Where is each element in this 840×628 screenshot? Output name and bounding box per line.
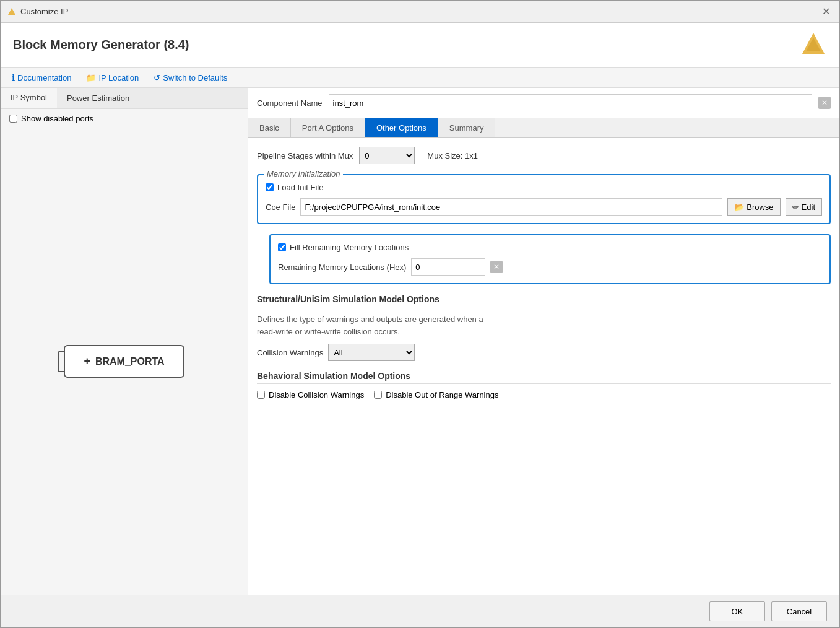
fill-remaining-label: Fill Remaining Memory Locations bbox=[290, 243, 409, 252]
documentation-button[interactable]: ℹ Documentation bbox=[9, 71, 74, 84]
mux-size-label: Mux Size: 1x1 bbox=[427, 151, 478, 160]
load-init-file-row: Load Init File bbox=[266, 183, 822, 192]
title-bar: Customize IP ✕ bbox=[1, 1, 839, 23]
pipeline-label: Pipeline Stages within Mux bbox=[257, 151, 353, 160]
close-button[interactable]: ✕ bbox=[818, 4, 833, 19]
remaining-hex-row: Remaining Memory Locations (Hex) ✕ bbox=[278, 258, 822, 276]
collision-row: Collision Warnings All Generate X (Simul… bbox=[257, 344, 831, 361]
main-window: Customize IP ✕ Block Memory Generator (8… bbox=[0, 0, 840, 628]
left-tabs: IP Symbol Power Estimation bbox=[1, 88, 248, 109]
memory-init-title: Memory Initialization bbox=[264, 169, 343, 178]
pipeline-row: Pipeline Stages within Mux 0 1 2 Mux Siz… bbox=[257, 147, 831, 164]
refresh-icon: ↺ bbox=[154, 73, 160, 82]
main-title: Block Memory Generator (8.4) bbox=[13, 38, 189, 52]
main-header: Block Memory Generator (8.4) bbox=[1, 23, 839, 68]
tab-content: Pipeline Stages within Mux 0 1 2 Mux Siz… bbox=[248, 138, 839, 595]
show-disabled-row: Show disabled ports bbox=[1, 109, 248, 128]
info-icon: ℹ bbox=[12, 72, 15, 82]
tab-ip-symbol[interactable]: IP Symbol bbox=[1, 88, 57, 108]
edit-button[interactable]: ✏ Edit bbox=[786, 198, 822, 216]
tab-basic[interactable]: Basic bbox=[248, 118, 291, 137]
title-bar-left: Customize IP bbox=[7, 7, 68, 17]
disable-collision-label: Disable Collision Warnings bbox=[269, 390, 364, 399]
switch-defaults-label: Switch to Defaults bbox=[163, 73, 227, 82]
load-init-file-label: Load Init File bbox=[277, 183, 323, 192]
warn-row: Disable Collision Warnings Disable Out o… bbox=[257, 390, 831, 399]
disable-collision-checkbox[interactable] bbox=[257, 391, 265, 399]
edit-label: Edit bbox=[802, 203, 815, 212]
fill-remaining-section: Fill Remaining Memory Locations Remainin… bbox=[269, 234, 831, 284]
collision-warnings-label: Collision Warnings bbox=[257, 348, 323, 357]
ip-location-label: IP Location bbox=[98, 73, 139, 82]
documentation-label: Documentation bbox=[17, 73, 71, 82]
memory-init-section: Memory Initialization Load Init File Coe… bbox=[257, 174, 831, 224]
behavioral-section: Behavioral Simulation Model Options Disa… bbox=[257, 371, 831, 399]
coe-file-input[interactable] bbox=[300, 198, 722, 216]
left-panel: IP Symbol Power Estimation Show disabled… bbox=[1, 88, 248, 595]
load-init-file-checkbox[interactable] bbox=[266, 183, 274, 191]
plus-icon: + bbox=[84, 355, 90, 368]
remaining-hex-input[interactable] bbox=[411, 258, 485, 276]
content-area: IP Symbol Power Estimation Show disabled… bbox=[1, 88, 839, 595]
disable-range-label: Disable Out of Range Warnings bbox=[386, 390, 498, 399]
browse-button[interactable]: 📂 Browse bbox=[727, 198, 780, 216]
disable-range-checkbox[interactable] bbox=[374, 391, 382, 399]
show-disabled-label: Show disabled ports bbox=[21, 114, 93, 123]
cancel-button[interactable]: Cancel bbox=[771, 601, 827, 621]
bram-label: BRAM_PORTA bbox=[95, 356, 165, 367]
component-name-input[interactable] bbox=[329, 94, 813, 111]
structural-desc-line1: Defines the type of warnings and outputs… bbox=[257, 315, 483, 324]
remaining-hex-clear-button[interactable]: ✕ bbox=[490, 261, 503, 273]
location-icon: 📁 bbox=[86, 73, 96, 82]
tab-port-a-options[interactable]: Port A Options bbox=[291, 118, 365, 137]
coe-row: Coe File 📂 Browse ✏ Edit bbox=[266, 198, 822, 216]
behavioral-section-header: Behavioral Simulation Model Options bbox=[257, 371, 831, 384]
browse-label: Browse bbox=[747, 203, 773, 212]
tab-other-options[interactable]: Other Options bbox=[365, 118, 438, 137]
bram-symbol: + BRAM_PORTA bbox=[64, 345, 184, 378]
tab-power-estimation[interactable]: Power Estimation bbox=[57, 88, 139, 108]
disable-range-row: Disable Out of Range Warnings bbox=[374, 390, 498, 399]
tab-summary[interactable]: Summary bbox=[438, 118, 496, 137]
show-disabled-checkbox[interactable] bbox=[9, 115, 17, 123]
switch-defaults-button[interactable]: ↺ Switch to Defaults bbox=[151, 72, 230, 84]
component-name-clear-button[interactable]: ✕ bbox=[818, 97, 831, 109]
vivado-logo bbox=[800, 30, 827, 59]
component-name-row: Component Name ✕ bbox=[248, 88, 839, 118]
structural-desc: Defines the type of warnings and outputs… bbox=[257, 313, 831, 338]
browse-icon: 📂 bbox=[734, 203, 744, 212]
window-title: Customize IP bbox=[20, 7, 68, 16]
svg-marker-0 bbox=[8, 8, 15, 15]
ok-button[interactable]: OK bbox=[709, 601, 765, 621]
structural-desc-line2: read-write or write-write collision occu… bbox=[257, 327, 400, 336]
structural-section: Structural/UniSim Simulation Model Optio… bbox=[257, 294, 831, 361]
pipeline-select[interactable]: 0 1 2 bbox=[359, 147, 415, 164]
fill-remaining-row: Fill Remaining Memory Locations bbox=[278, 243, 822, 252]
structural-section-header: Structural/UniSim Simulation Model Optio… bbox=[257, 294, 831, 307]
component-name-label: Component Name bbox=[257, 98, 323, 108]
edit-icon: ✏ bbox=[792, 203, 799, 212]
collision-warnings-select[interactable]: All Generate X (Simulation) None bbox=[328, 344, 415, 361]
bottom-bar: OK Cancel bbox=[1, 595, 839, 627]
right-tabs: Basic Port A Options Other Options Summa… bbox=[248, 118, 839, 138]
ip-location-button[interactable]: 📁 IP Location bbox=[84, 72, 141, 84]
toolbar: ℹ Documentation 📁 IP Location ↺ Switch t… bbox=[1, 68, 839, 88]
right-panel: Component Name ✕ Basic Port A Options Ot… bbox=[248, 88, 839, 595]
symbol-area: + BRAM_PORTA bbox=[1, 128, 248, 595]
coe-file-label: Coe File bbox=[266, 203, 295, 212]
fill-remaining-checkbox[interactable] bbox=[278, 243, 286, 251]
remaining-hex-label: Remaining Memory Locations (Hex) bbox=[278, 263, 406, 272]
app-icon bbox=[7, 7, 17, 17]
disable-collision-row: Disable Collision Warnings bbox=[257, 390, 364, 399]
